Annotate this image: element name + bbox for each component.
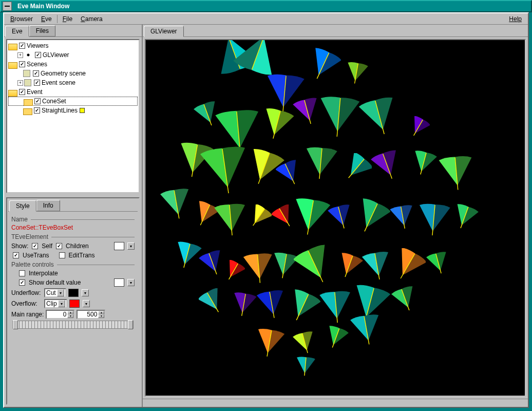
tree-check-scenes[interactable] [19, 61, 25, 67]
menu-browser[interactable]: Browser [6, 14, 37, 24]
menu-help[interactable]: Help [505, 14, 526, 24]
group-palette: Palette controls [11, 261, 135, 268]
check-children[interactable] [56, 243, 62, 249]
tab-files[interactable]: Files [29, 25, 55, 36]
left-tabs: Eve Files [4, 25, 142, 37]
underflow-select[interactable]: Cut ▾ [44, 288, 66, 297]
tree-item-coneset[interactable]: ConeSet [42, 98, 66, 105]
system-menu-icon[interactable] [3, 2, 12, 11]
menu-eve[interactable]: Eve [37, 14, 56, 24]
tree-check-geom[interactable] [33, 70, 39, 77]
tab-info[interactable]: Info [36, 200, 60, 211]
menu-file[interactable]: File [59, 14, 77, 24]
mainrange-slider[interactable] [12, 321, 134, 329]
tab-style[interactable]: Style [9, 200, 36, 212]
menu-camera[interactable]: Camera [77, 14, 107, 24]
viewer-tabs: GLViewer [143, 25, 528, 37]
cube-icon [24, 79, 31, 86]
check-showdefault[interactable] [19, 279, 25, 286]
chevron-down-icon[interactable]: ▾ [57, 289, 64, 296]
gl-viewer-canvas[interactable] [145, 39, 526, 397]
property-panel: Style Info Name ConeSet::TEveBoxSet TEve… [6, 197, 140, 405]
show-label: Show: [11, 242, 28, 250]
eye-icon [24, 52, 32, 58]
tree-item-selected: ConeSet [8, 97, 138, 106]
folder-icon [8, 43, 16, 49]
menubar: Browser Eve File Camera Help [4, 13, 528, 25]
tree-check-event[interactable] [19, 89, 25, 95]
object-name-value: ConeSet::TEveBoxSet [11, 224, 135, 231]
tree-item-event[interactable]: Event [27, 88, 43, 96]
overflow-select[interactable]: Clip ▾ [44, 299, 67, 308]
color-dropdown-button[interactable]: ▾ [82, 289, 89, 296]
main-color-swatch[interactable] [114, 242, 124, 250]
group-name: Name [11, 216, 135, 223]
tree-item-viewers[interactable]: Viewers [27, 42, 48, 49]
tree-check-glviewer[interactable] [35, 52, 41, 58]
tree-item-event-scene[interactable]: Event scene [42, 79, 75, 86]
color-dropdown-button[interactable]: ▾ [83, 300, 90, 307]
expander-icon[interactable]: + [17, 52, 23, 58]
color-swatch-icon [80, 108, 85, 113]
chevron-down-icon[interactable]: ▾ [58, 300, 65, 307]
window-title: Eve Main Window [17, 3, 69, 10]
folder-icon [8, 89, 16, 96]
tree-check-coneset[interactable] [34, 98, 41, 104]
color-dropdown-button[interactable]: ▾ [127, 279, 135, 286]
check-self[interactable] [32, 243, 38, 249]
tree-check-viewers[interactable] [19, 43, 25, 49]
tree-check-eventscene[interactable] [34, 80, 40, 86]
titlebar[interactable]: Eve Main Window [0, 0, 532, 12]
check-usetrans[interactable] [13, 252, 19, 258]
color-dropdown-button[interactable]: ▾ [127, 242, 135, 250]
folder-icon [8, 61, 16, 68]
tab-glviewer[interactable]: GLViewer [144, 26, 184, 37]
tree-item-scenes[interactable]: Scenes [27, 61, 47, 68]
folder-icon [24, 98, 32, 105]
cube-icon [23, 70, 30, 77]
statusbar [143, 399, 528, 407]
tree-item-glviewer[interactable]: GLViewer [43, 51, 69, 59]
default-color-swatch[interactable] [114, 278, 124, 287]
mainrange-max-input[interactable]: ▴▾ [77, 310, 105, 319]
tree-check-lines[interactable] [34, 107, 40, 114]
tab-eve[interactable]: Eve [5, 26, 29, 37]
check-edittrans[interactable] [59, 252, 65, 258]
folder-icon [23, 107, 31, 114]
overflow-color-swatch[interactable] [69, 300, 80, 308]
tree-item-straightlines[interactable]: StraightLines [42, 107, 78, 114]
expander-icon[interactable]: + [17, 80, 23, 86]
mainrange-min-input[interactable]: ▴▾ [46, 310, 74, 319]
check-interpolate[interactable] [19, 270, 25, 276]
group-teveelement: TEveElement [11, 233, 135, 240]
scene-tree[interactable]: Viewers + GLViewer Scenes [6, 39, 140, 193]
underflow-color-swatch[interactable] [68, 289, 79, 297]
tree-item-geometry-scene[interactable]: Geometry scene [41, 70, 86, 77]
